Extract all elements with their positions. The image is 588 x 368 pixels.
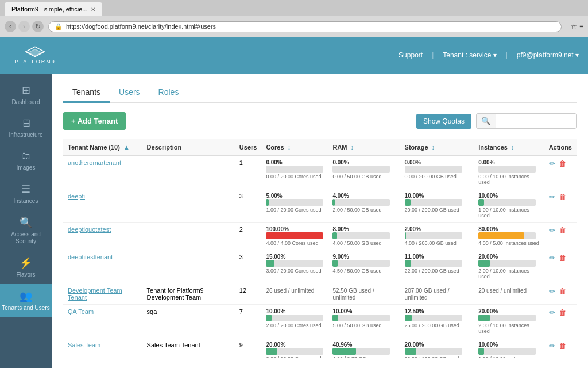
col-ram: RAM ↕ (328, 139, 400, 156)
tenants-users-icon: 👥 (20, 290, 32, 302)
cell-1: 4.00% 2.00 / 50.00 GB used (328, 189, 400, 223)
cell-2: 100.00% 4.00 / 4.00 Cores used (261, 223, 328, 250)
cell-1: 10.00% 20.00 / 200.00 GB used (400, 189, 474, 223)
tenant-name-cell[interactable]: deeptiquotatest (63, 223, 142, 250)
users-cell: 1 (235, 156, 262, 189)
col-actions: Actions (544, 139, 577, 156)
user-menu[interactable]: pf9@platform9.net ▾ (517, 51, 579, 59)
cell-4: 20 used / unlimited (474, 283, 544, 305)
table-row: Development Team Tenant Tenant for Platf… (63, 283, 577, 305)
menu-icon: ≡ (579, 22, 583, 30)
sidebar-item-tenants-users[interactable]: 👥 Tenants and Users (0, 284, 52, 317)
sidebar-item-access-security[interactable]: 🔍 Access and Security (0, 210, 52, 251)
cell-3: 20.00% 2.00 / 10.00 Instances used (474, 250, 544, 283)
description-cell: Sales Team Tenant (142, 338, 235, 358)
tenant-name-cell[interactable]: deeptitesttenant (63, 250, 142, 283)
search-box[interactable]: 🔍 (476, 113, 577, 129)
delete-icon[interactable]: 🗑 (559, 254, 566, 262)
cell-1: 10.00% 1.00 / 10.00 Instances used (474, 189, 544, 223)
infrastructure-icon: 🖥 (21, 117, 31, 129)
col-name: Tenant Name (10) ▲ (63, 139, 142, 156)
show-quotas-button[interactable]: Show Quotas (416, 114, 471, 129)
users-cell: 9 (235, 338, 262, 358)
delete-icon[interactable]: 🗑 (559, 342, 566, 350)
description-cell: Tenant for Platform9 Development Team (142, 283, 235, 305)
tab-roles[interactable]: Roles (149, 83, 188, 103)
reload-button[interactable]: ↻ (32, 21, 44, 32)
sidebar-item-flavors[interactable]: ⚡ Flavors (0, 251, 52, 284)
tab-tenants[interactable]: Tenants (63, 83, 110, 103)
tenant-name-cell[interactable]: QA Team (63, 305, 142, 338)
search-button[interactable]: 🔍 (477, 114, 496, 128)
tab-label: Platform9 - simple, efficie... (11, 6, 87, 13)
sidebar-label: Access and Security (0, 231, 52, 245)
cell-0: 0.00% 0.00 / 10.00 Instances used (474, 156, 544, 189)
sidebar-item-images[interactable]: 🗂 Images (0, 144, 52, 177)
add-tenant-button[interactable]: + Add Tenant (63, 112, 126, 130)
svg-marker-1 (28, 49, 42, 56)
actions-cell: ✏ 🗑 (544, 189, 577, 223)
sidebar-item-infrastructure[interactable]: 🖥 Infrastructure (0, 112, 52, 144)
edit-icon[interactable]: ✏ (549, 342, 555, 350)
delete-icon[interactable]: 🗑 (559, 226, 566, 235)
actions-cell: ✏ 🗑 (544, 250, 577, 283)
delete-icon[interactable]: 🗑 (559, 159, 566, 168)
edit-icon[interactable]: ✏ (549, 193, 555, 201)
main-layout: ⊞ Dashboard 🖥 Infrastructure 🗂 Images ☰ … (0, 74, 588, 368)
toolbar: + Add Tenant Show Quotas 🔍 (63, 112, 577, 130)
edit-icon[interactable]: ✏ (549, 308, 555, 317)
actions-cell: ✏ 🗑 (544, 305, 577, 338)
cell-5: 10.00% 2.00 / 20.00 Cores used (261, 305, 328, 338)
tenant-menu[interactable]: Tenant : service ▾ (443, 51, 496, 59)
access-security-icon: 🔍 (20, 216, 32, 229)
edit-icon[interactable]: ✏ (549, 287, 555, 296)
cell-5: 20.00% 2.00 / 10.00 Instances used (474, 305, 544, 338)
delete-icon[interactable]: 🗑 (559, 308, 566, 317)
edit-icon[interactable]: ✏ (549, 226, 555, 235)
address-bar[interactable]: 🔒 https://dogfood.platform9.net/clarity/… (48, 21, 562, 32)
table-row: deeptitesttenant 3 15.00% 3.00 / 20.00 C… (63, 250, 577, 283)
instances-icon: ☰ (21, 183, 30, 195)
users-cell: 7 (235, 305, 262, 338)
sidebar-item-dashboard[interactable]: ⊞ Dashboard (0, 78, 52, 112)
browser-tab[interactable]: Platform9 - simple, efficie... ✕ (5, 2, 102, 16)
table-row: Sales Team Sales Team Tenant 9 20.00% 2.… (63, 338, 577, 358)
sidebar-label: Infrastructure (9, 132, 43, 139)
delete-icon[interactable]: 🗑 (559, 193, 566, 201)
cell-0: 0.00% 0.00 / 20.00 Cores used (261, 156, 328, 189)
edit-icon[interactable]: ✏ (549, 159, 555, 168)
forward-button[interactable]: › (18, 21, 30, 32)
cell-6: 10.00% 1.00 / 10.00 Instances used (474, 338, 544, 358)
cell-6: 20.00% 2.00 / 10.00 Cores used (261, 338, 328, 358)
back-button[interactable]: ‹ (5, 21, 16, 32)
cell-5: 10.00% 5.00 / 50.00 GB used (328, 305, 400, 338)
sidebar-label: Instances (14, 198, 38, 205)
sidebar-item-instances[interactable]: ☰ Instances (0, 177, 52, 210)
support-link[interactable]: Support (399, 51, 423, 59)
cell-3: 9.00% 4.50 / 50.00 GB used (328, 250, 400, 283)
cell-6: 40.96% 4.00 / 9.77 GB used (328, 338, 400, 358)
tenant-name-cell[interactable]: anotheromartenant (63, 156, 142, 189)
description-cell: sqa (142, 305, 235, 338)
nav-buttons: ‹ › ↻ (5, 21, 44, 32)
tenant-name-cell[interactable]: deepti (63, 189, 142, 223)
col-instances: Instances ↕ (474, 139, 544, 156)
col-description: Description (142, 139, 235, 156)
table-row: anotheromartenant 1 0.00% 0.00 / 20.00 C… (63, 156, 577, 189)
star-icon: ☆ (571, 22, 577, 30)
edit-icon[interactable]: ✏ (549, 254, 555, 262)
logo-area: PLATFORM9 (9, 46, 61, 64)
description-cell (142, 250, 235, 283)
delete-icon[interactable]: 🗑 (559, 287, 566, 296)
url-text: https://dogfood.platform9.net/clarity/in… (66, 23, 216, 30)
sidebar: ⊞ Dashboard 🖥 Infrastructure 🗂 Images ☰ … (0, 74, 52, 368)
tenant-name-cell[interactable]: Development Team Tenant (63, 283, 142, 305)
close-tab-icon[interactable]: ✕ (91, 6, 95, 13)
search-input[interactable] (496, 114, 576, 128)
tab-users[interactable]: Users (110, 83, 149, 103)
logo-icon (25, 46, 45, 57)
cell-0: 0.00% 0.00 / 200.00 GB used (400, 156, 474, 189)
app-header: PLATFORM9 Support | Tenant : service ▾ |… (0, 37, 588, 74)
cell-1: 5.00% 1.00 / 20.00 Cores used (261, 189, 328, 223)
tenant-name-cell[interactable]: Sales Team (63, 338, 142, 358)
